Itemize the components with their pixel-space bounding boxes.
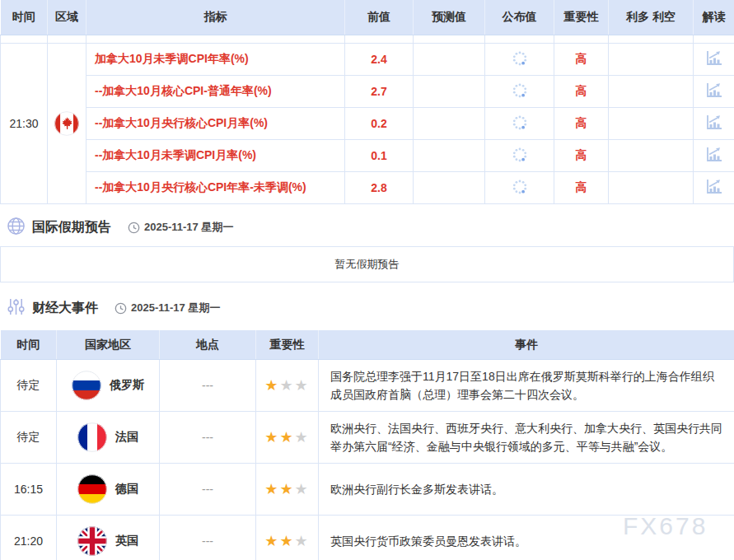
forecast-value-cell — [414, 76, 485, 108]
holiday-section-title: 国际假期预告 — [32, 219, 111, 236]
indicator-link[interactable]: --加拿大10月央行核心CPI年率-未季调(%) — [95, 180, 306, 194]
importance-cell: 高 — [554, 108, 609, 140]
indicator-column-header: 指标 — [86, 0, 345, 35]
flag-uk-icon — [77, 526, 107, 556]
star-empty-icon: ★ — [295, 377, 310, 394]
loading-spinner-icon — [512, 115, 527, 130]
economic-calendar-page: 时间区域指标前值预测值公布值重要性利多 利空解读 21:30加拿大10月未季调C… — [0, 0, 734, 560]
forecast-value-cell — [414, 108, 485, 140]
indicator-name-cell: --加拿大10月核心CPI-普通年率(%) — [86, 76, 345, 108]
importance-stars: ★★★ — [264, 535, 309, 548]
indicator-table-header-row: 时间区域指标前值预测值公布值重要性利多 利空解读 — [1, 0, 734, 35]
indicator-table: 时间区域指标前值预测值公布值重要性利多 利空解读 21:30加拿大10月未季调C… — [0, 0, 734, 204]
events-section-date: 2025-11-17 星期一 — [131, 301, 220, 315]
importance-stars: ★★★ — [264, 380, 309, 393]
sliders-icon — [7, 297, 26, 316]
bias-cell — [609, 140, 694, 172]
star-empty-icon: ★ — [279, 377, 294, 394]
empty-cell — [694, 35, 734, 44]
event-country-cell: 俄罗斯 — [57, 360, 160, 412]
interpret-cell — [694, 108, 734, 140]
holiday-section-date: 2025-11-17 星期一 — [144, 220, 233, 235]
interpret-cell — [694, 44, 734, 76]
forecast-value-cell — [414, 140, 485, 172]
flag-france-icon — [77, 422, 107, 452]
indicator-link[interactable]: --加拿大10月央行核心CPI月率(%) — [95, 116, 268, 129]
indicator-column-header: 区域 — [48, 0, 86, 35]
event-location-cell: --- — [160, 412, 256, 464]
loading-spinner-icon — [512, 83, 527, 98]
empty-cell — [86, 35, 345, 44]
chart-icon[interactable] — [705, 50, 723, 67]
previous-value-cell: 2.4 — [345, 44, 414, 76]
importance-stars: ★★★ — [264, 432, 309, 445]
previous-value-cell: 0.2 — [345, 108, 414, 140]
chart-icon[interactable] — [705, 147, 723, 163]
indicator-link[interactable]: --加拿大10月核心CPI-普通年率(%) — [95, 84, 272, 97]
importance-cell: 高 — [554, 172, 609, 204]
clock-icon — [128, 222, 140, 234]
star-filled-icon: ★ — [279, 481, 294, 497]
holiday-section-header: 国际假期预告 2025-11-17 星期一 — [7, 217, 734, 238]
previous-value-cell: 2.8 — [345, 172, 414, 204]
empty-cell — [609, 35, 694, 44]
loading-spinner-icon — [512, 180, 527, 194]
empty-cell — [1, 35, 48, 44]
event-description-cell: 欧洲央行、法国央行、西班牙央行、意大利央行、加拿大央行、英国央行共同举办第六届“… — [319, 412, 734, 464]
events-table: 时间国家地区地点重要性事件 待定俄罗斯---★★★国务院总理李强于11月17日至… — [0, 330, 734, 560]
holiday-empty-box: 暂无假期预告 — [0, 246, 734, 282]
indicator-name-cell: --加拿大10月央行核心CPI月率(%) — [86, 108, 345, 140]
bias-cell — [609, 44, 694, 76]
empty-cell — [485, 35, 554, 44]
flag-russia-icon — [72, 371, 101, 400]
indicator-column-header: 预测值 — [414, 0, 485, 35]
bias-cell — [609, 108, 694, 140]
flag-canada-icon — [54, 111, 79, 136]
event-time-cell: 16:15 — [1, 464, 57, 516]
clock-icon — [115, 302, 127, 315]
indicator-row: --加拿大10月未季调CPI月率(%)0.1高 — [1, 140, 734, 172]
indicator-column-header: 前值 — [345, 0, 414, 35]
events-column-header: 地点 — [160, 330, 256, 360]
event-time-cell: 待定 — [1, 412, 57, 464]
star-filled-icon: ★ — [264, 533, 279, 549]
country-name: 俄罗斯 — [110, 378, 144, 393]
holiday-empty-text: 暂无假期预告 — [335, 257, 400, 272]
star-filled-icon: ★ — [279, 533, 294, 549]
interpret-cell — [694, 140, 734, 172]
event-row: 21:20英国---★★★英国央行货币政策委员曼恩发表讲话。 — [1, 516, 734, 560]
events-section-header: 财经大事件 2025-11-17 星期一 — [7, 297, 734, 319]
chart-icon[interactable] — [705, 82, 723, 99]
indicator-link[interactable]: --加拿大10月未季调CPI月率(%) — [95, 148, 256, 161]
indicator-column-header: 解读 — [694, 0, 734, 35]
published-value-cell — [485, 44, 554, 76]
indicator-row: --加拿大10月核心CPI-普通年率(%)2.7高 — [1, 76, 734, 108]
star-empty-icon: ★ — [295, 429, 310, 446]
importance-cell: 高 — [554, 76, 609, 108]
indicator-row: --加拿大10月央行核心CPI月率(%)0.2高 — [1, 108, 734, 140]
region-cell — [48, 44, 86, 204]
indicator-link[interactable]: 加拿大10月未季调CPI年率(%) — [95, 52, 249, 65]
importance-cell: 高 — [554, 140, 609, 172]
event-country-cell: 英国 — [57, 516, 160, 560]
events-column-header: 事件 — [319, 330, 734, 360]
globe-icon — [7, 217, 26, 236]
event-importance-cell: ★★★ — [256, 516, 319, 560]
event-location-cell: --- — [160, 516, 256, 560]
indicator-name-cell: 加拿大10月未季调CPI年率(%) — [86, 44, 345, 76]
interpret-cell — [694, 76, 734, 108]
partial-row — [1, 35, 734, 44]
bias-cell — [609, 76, 694, 108]
chart-icon[interactable] — [705, 179, 723, 195]
chart-icon[interactable] — [705, 114, 723, 131]
published-value-cell — [485, 140, 554, 172]
event-country-cell: 德国 — [57, 464, 160, 516]
bias-cell — [609, 172, 694, 204]
star-filled-icon: ★ — [264, 481, 279, 497]
indicator-name-cell: --加拿大10月未季调CPI月率(%) — [86, 140, 345, 172]
event-row: 16:15德国---★★★欧洲央行副行长金多斯发表讲话。 — [1, 464, 734, 516]
indicator-column-header: 重要性 — [554, 0, 609, 35]
indicator-column-header: 时间 — [1, 0, 48, 35]
indicator-name-cell: --加拿大10月央行核心CPI年率-未季调(%) — [86, 172, 345, 204]
star-filled-icon: ★ — [279, 429, 294, 446]
